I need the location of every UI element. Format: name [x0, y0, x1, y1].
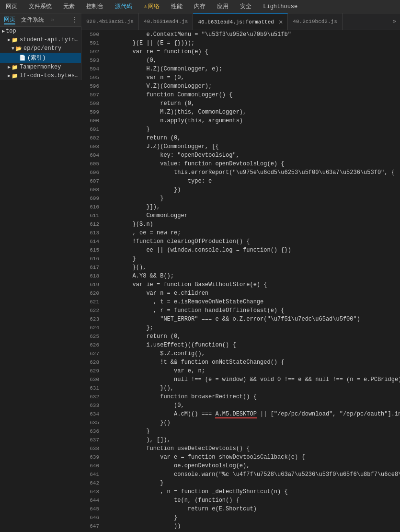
line-content: i.useEffect)((function() {: [103, 341, 400, 349]
line-number: 618: [81, 272, 103, 280]
line-content: }(E || (E = {})));: [103, 39, 400, 47]
tab-40b631-formatted[interactable]: 40.b631ead4.js:formatted ✕: [193, 13, 288, 30]
line-number: 594: [81, 65, 103, 73]
code-line-614: 614 !function clearLogOfProduction() {: [81, 237, 400, 246]
sidebar-item-student-api[interactable]: ▶ 📁 student-api.iyincaishijia: [0, 35, 81, 44]
line-number: 616: [81, 254, 103, 263]
folder-icon-lf-cdn: 📁: [11, 73, 18, 79]
code-line-623: 623 "NET_ERROR" === e && o.Z.error("\u7f…: [81, 315, 400, 324]
sidebar-item-tampermonkey[interactable]: ▶ 📁 Tampermonkey: [0, 63, 81, 71]
tab-bar: 929.4b13ac81.js 40.b631ead4.js 40.b631ea…: [81, 13, 400, 30]
underlined-text: A.M5.DESKTOP: [215, 411, 256, 418]
code-line-636: 636 }: [81, 427, 400, 436]
line-content: }(),: [103, 384, 400, 393]
code-line-631: 631 }(),: [81, 384, 400, 393]
line-number: 640: [81, 462, 103, 470]
code-line-600: 600 n.apply(this, arguments): [81, 116, 400, 125]
line-number: 623: [81, 315, 103, 324]
line-number: 641: [81, 470, 103, 479]
menu-item-console[interactable]: 控制台: [84, 1, 105, 12]
code-line-605: 605 value: function openDevtoolsLog(e) {: [81, 160, 400, 168]
code-line-618: 618 A.Y8 && B();: [81, 272, 400, 280]
line-content: var e, n;: [103, 367, 400, 375]
sidebar-nav-webpage[interactable]: 网页: [4, 15, 15, 24]
sidebar-options-icon[interactable]: ⋮: [71, 16, 78, 24]
code-area[interactable]: 590 e.ContextMenu = "\u53f3\u952e\u70b9\…: [81, 30, 400, 532]
menu-item-filesystem[interactable]: 文件系统: [27, 1, 54, 12]
code-line-608: 608 }): [81, 185, 400, 194]
line-content: return e(E.Shortcut): [103, 505, 400, 513]
line-content: var ie = function BaseWithoutStore(e) {: [103, 280, 400, 289]
line-content: return (0,: [103, 99, 400, 108]
sidebar-item-lf-cdn[interactable]: ▶ 📁 lf-cdn-tos.bytescm.com: [0, 71, 81, 80]
sidebar-item-ep-pc-entry[interactable]: ▼ 📂 ep/pc/entry: [0, 44, 81, 53]
line-number: 622: [81, 306, 103, 315]
line-content: return (0,: [103, 332, 400, 341]
line-number: 609: [81, 194, 103, 203]
line-content: function browserRedirect() {: [103, 393, 400, 401]
tab-40b631[interactable]: 40.b631ead4.js: [139, 13, 193, 30]
code-line-643: 643 , n = function _detectByShortcut(n) …: [81, 487, 400, 496]
code-line-596: 596 V.Z)(CommonLogger);: [81, 82, 400, 91]
line-number: 620: [81, 289, 103, 298]
line-content: n.apply(this, arguments): [103, 116, 400, 125]
menu-item-webpage[interactable]: 网页: [4, 1, 19, 12]
menu-item-sources[interactable]: 源代码: [113, 1, 134, 12]
line-content: var e = function showDevtoolsCallback(e)…: [103, 453, 400, 462]
code-line-613: 613 , oe = new re;: [81, 229, 400, 237]
line-content: console.warn("%c \u4f7f\u7528\u63a7\u523…: [103, 470, 400, 479]
menu-item-elements[interactable]: 元素: [61, 1, 77, 12]
menu-item-lighthouse[interactable]: Lighthouse: [261, 2, 299, 11]
arrow-tampermonkey: ▶: [8, 64, 11, 70]
menu-item-performance[interactable]: 性能: [169, 1, 184, 12]
line-content: var n = (0,: [103, 73, 400, 82]
code-line-640: 640 oe.openDevtoolsLog(e),: [81, 462, 400, 470]
line-number: 630: [81, 375, 103, 384]
line-number: 612: [81, 220, 103, 229]
line-content: null !== (e = window) && void 0 !== e &&…: [103, 375, 400, 384]
code-line-638: 638 function useDetectDevtools() {: [81, 444, 400, 453]
tab-40b631-formatted-label: 40.b631ead4.js:formatted: [198, 19, 274, 25]
sidebar: 网页 文件系统 » ⋮ ▶ top ▶ 📁 student-api.iyinca…: [0, 13, 81, 532]
tab-more-button[interactable]: »: [389, 13, 400, 30]
line-content: }): [103, 185, 400, 194]
line-content: }(),: [103, 263, 400, 272]
line-content: M.Z)(this, CommonLogger),: [103, 108, 400, 116]
sidebar-item-suoyin[interactable]: 📄 (索引): [0, 53, 81, 63]
line-content: )): [103, 522, 400, 531]
line-number: 638: [81, 444, 103, 453]
sidebar-item-ep-pc-entry-label: ep/pc/entry: [23, 45, 61, 52]
sidebar-item-top[interactable]: ▶ top: [0, 27, 81, 35]
sidebar-tree: ▶ top ▶ 📁 student-api.iyincaishijia ▼ 📂 …: [0, 27, 81, 80]
line-number: 590: [81, 30, 103, 39]
line-number: 628: [81, 358, 103, 367]
menu-item-security[interactable]: 安全: [238, 1, 253, 12]
line-number: 643: [81, 487, 103, 496]
folder-icon-student-api: 📁: [11, 37, 18, 43]
code-line-642: 642 }: [81, 479, 400, 487]
line-content: function CommonLogger() {: [103, 91, 400, 99]
menu-item-application[interactable]: 应用: [215, 1, 230, 12]
line-number: 634: [81, 410, 103, 418]
line-content: }]),: [103, 203, 400, 211]
code-panel: 929.4b13ac81.js 40.b631ead4.js 40.b631ea…: [81, 13, 400, 532]
tab-40-2c19[interactable]: 40.2c19bcd2.js: [288, 13, 342, 30]
code-line-610: 610 }]),: [81, 203, 400, 211]
line-number: 593: [81, 56, 103, 65]
line-number: 631: [81, 384, 103, 393]
line-content: H.Z)(CommonLogger, e);: [103, 65, 400, 73]
menu-item-memory[interactable]: 内存: [192, 1, 207, 12]
line-content: var re = function(e) {: [103, 47, 400, 56]
line-number: 606: [81, 168, 103, 177]
line-content: te(n, (function() {: [103, 496, 400, 505]
menu-item-network[interactable]: ⚠网络: [142, 1, 161, 12]
sidebar-nav-filesystem[interactable]: 文件系统: [21, 16, 44, 24]
tab-close-icon[interactable]: ✕: [279, 18, 283, 26]
code-line-639: 639 var e = function showDevtoolsCallbac…: [81, 453, 400, 462]
line-number: 632: [81, 393, 103, 401]
line-number: 595: [81, 73, 103, 82]
line-content: A.cM)() === A.M5.DESKTOP || ["/ep/pc/dow…: [103, 410, 400, 418]
tab-929[interactable]: 929.4b13ac81.js: [81, 13, 139, 30]
code-line-601: 601 }: [81, 125, 400, 134]
code-line-595: 595 var n = (0,: [81, 73, 400, 82]
